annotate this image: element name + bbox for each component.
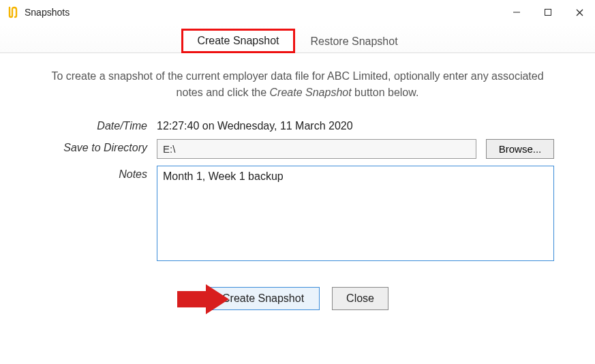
datetime-label: Date/Time <box>41 117 157 132</box>
footer-buttons: Create Snapshot Close <box>41 287 554 310</box>
notes-row: Notes Month 1, Week 1 backup <box>41 166 554 264</box>
tab-restore-snapshot[interactable]: Restore Snapshot <box>295 29 414 53</box>
tab-label: Restore Snapshot <box>311 35 398 47</box>
arrow-icon <box>177 284 229 316</box>
app-icon <box>7 6 19 18</box>
minimize-button[interactable] <box>501 2 532 22</box>
notes-label: Notes <box>41 166 157 181</box>
svg-rect-1 <box>545 10 551 16</box>
content-area: To create a snapshot of the current empl… <box>0 53 595 317</box>
directory-label: Save to Directory <box>41 139 157 154</box>
maximize-button[interactable] <box>532 2 564 22</box>
title-bar: Snapshots <box>0 0 595 25</box>
datetime-row: Date/Time 12:27:40 on Wednesday, 11 Marc… <box>41 117 554 132</box>
instruction-text: To create a snapshot of the current empl… <box>41 68 554 101</box>
close-window-button[interactable] <box>564 2 595 22</box>
window-title: Snapshots <box>25 7 501 18</box>
window-controls <box>501 2 595 22</box>
notes-input[interactable]: Month 1, Week 1 backup <box>157 166 554 261</box>
svg-marker-4 <box>177 284 229 314</box>
tab-create-snapshot[interactable]: Create Snapshot <box>181 29 294 53</box>
close-button[interactable]: Close <box>332 287 388 310</box>
directory-row: Save to Directory Browse... <box>41 139 554 159</box>
tab-label: Create Snapshot <box>197 35 279 46</box>
datetime-value: 12:27:40 on Wednesday, 11 March 2020 <box>157 117 554 132</box>
browse-button[interactable]: Browse... <box>486 139 554 159</box>
directory-input[interactable] <box>157 139 476 159</box>
tab-bar: Create Snapshot Restore Snapshot <box>0 25 595 53</box>
